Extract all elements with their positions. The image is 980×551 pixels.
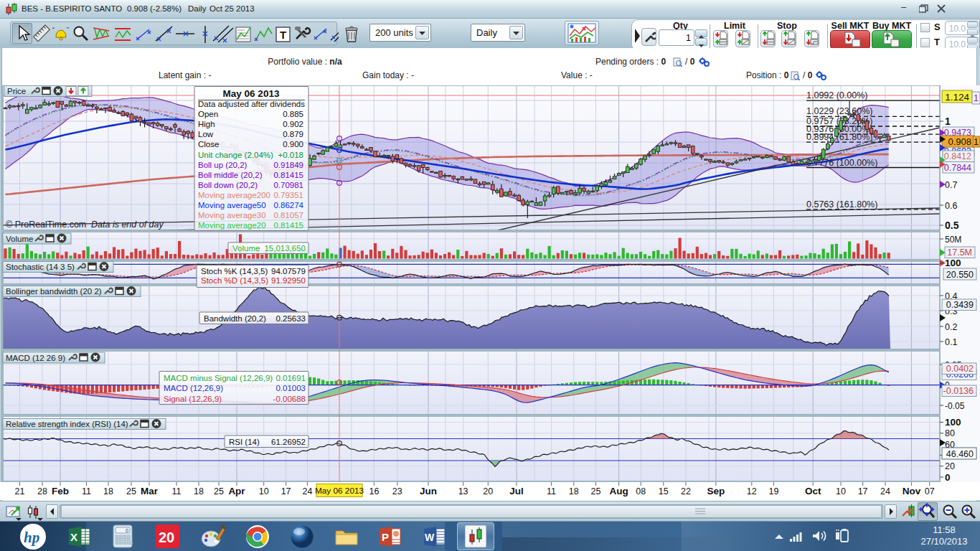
svg-text:hp: hp xyxy=(24,529,39,546)
svg-text:0.3439: 0.3439 xyxy=(946,300,974,310)
svg-text:0.91849: 0.91849 xyxy=(273,161,303,169)
svg-text:Oct: Oct xyxy=(805,486,821,496)
svg-text:1: 1 xyxy=(974,93,979,103)
svg-text:Jun: Jun xyxy=(420,486,437,496)
svg-text:Unit change (2.04%): Unit change (2.04%) xyxy=(198,151,273,159)
svg-text:21: 21 xyxy=(15,486,25,496)
svg-text:Price: Price xyxy=(7,87,26,95)
svg-text:Data is end of day: Data is end of day xyxy=(91,220,164,230)
svg-text:25: 25 xyxy=(590,486,600,496)
svg-text:0.908: 0.908 xyxy=(948,136,971,147)
svg-text:0: 0 xyxy=(126,528,128,533)
svg-text:46.460: 46.460 xyxy=(946,449,974,459)
svg-text:Moving average20: Moving average20 xyxy=(198,221,266,230)
svg-text:0.7: 0.7 xyxy=(945,180,957,190)
svg-text:T: T xyxy=(280,29,286,41)
svg-text:0.885: 0.885 xyxy=(283,110,303,118)
svg-text:-0.0136: -0.0136 xyxy=(943,386,974,396)
svg-text:Boll up (20,2): Boll up (20,2) xyxy=(198,161,248,169)
svg-text:80: 80 xyxy=(945,428,955,438)
svg-text:Bandwidth (20,2): Bandwidth (20,2) xyxy=(204,314,266,323)
svg-text:94.07579: 94.07579 xyxy=(271,267,306,276)
svg-text:15: 15 xyxy=(659,486,669,496)
svg-text:0.70981: 0.70981 xyxy=(273,181,303,189)
svg-text:Relative strength index (RSI): Relative strength index (RSI) (14) xyxy=(6,420,128,428)
svg-text:0.79351: 0.79351 xyxy=(273,191,303,199)
svg-text:0.86274: 0.86274 xyxy=(273,201,303,209)
svg-text:Signal (12,26,9): Signal (12,26,9) xyxy=(164,395,222,403)
svg-text:19: 19 xyxy=(768,486,778,496)
svg-text:24: 24 xyxy=(880,486,890,496)
svg-text:16: 16 xyxy=(369,486,379,496)
svg-text:Apr: Apr xyxy=(228,486,245,496)
svg-text:25: 25 xyxy=(126,486,136,496)
svg-text:0.81415: 0.81415 xyxy=(273,221,303,230)
svg-text:0.2: 0.2 xyxy=(945,322,957,332)
svg-text:0.6: 0.6 xyxy=(945,201,957,211)
svg-text:Boll down (20,2): Boll down (20,2) xyxy=(198,181,258,189)
svg-text:28: 28 xyxy=(37,486,47,496)
svg-text:RSI (14): RSI (14) xyxy=(229,438,260,446)
svg-text:May 06 2013: May 06 2013 xyxy=(315,486,364,496)
svg-text:0.0402: 0.0402 xyxy=(946,364,974,374)
svg-text:0.7776 (100.00%): 0.7776 (100.00%) xyxy=(806,158,877,168)
svg-text:22: 22 xyxy=(681,486,691,496)
svg-text:High: High xyxy=(198,120,215,128)
svg-text:18: 18 xyxy=(194,486,204,496)
svg-text:© ProRealTime.com: © ProRealTime.com xyxy=(6,220,86,230)
svg-text:0.902: 0.902 xyxy=(283,120,303,128)
svg-text:Volume: Volume xyxy=(232,244,260,253)
svg-text:100: 100 xyxy=(945,258,961,268)
svg-text:17: 17 xyxy=(858,486,868,496)
svg-text:1: 1 xyxy=(945,116,951,127)
svg-text:50M: 50M xyxy=(945,235,961,245)
svg-text:Sep: Sep xyxy=(707,486,725,496)
svg-text:W: W xyxy=(425,532,435,543)
svg-text:11: 11 xyxy=(82,486,91,496)
svg-text:0.01003: 0.01003 xyxy=(275,384,306,392)
svg-text:Jul: Jul xyxy=(509,486,524,496)
svg-text:18: 18 xyxy=(103,486,113,496)
svg-text:Bollinger bandwidth (20 2): Bollinger bandwidth (20 2) xyxy=(6,287,102,296)
svg-text:25: 25 xyxy=(214,486,224,496)
svg-text:10: 10 xyxy=(836,486,846,496)
svg-text:Volume: Volume xyxy=(6,235,33,243)
svg-text:20: 20 xyxy=(945,461,955,471)
svg-text:0.5: 0.5 xyxy=(945,220,959,231)
svg-text:1.0229 (23.60%): 1.0229 (23.60%) xyxy=(806,106,872,116)
svg-text:0: 0 xyxy=(945,472,951,483)
svg-text:+0.018: +0.018 xyxy=(278,151,304,159)
svg-text:07: 07 xyxy=(925,486,935,496)
svg-text:MACD minus Signal (12,26,9): MACD minus Signal (12,26,9) xyxy=(164,374,273,382)
svg-text:20: 20 xyxy=(159,529,174,545)
svg-text:0.1: 0.1 xyxy=(945,337,957,347)
svg-text:-0.05: -0.05 xyxy=(945,401,965,411)
svg-text:X: X xyxy=(70,531,77,543)
svg-text:1: 1 xyxy=(974,137,979,147)
svg-text:17.5M: 17.5M xyxy=(947,248,972,258)
svg-text:Boll middle (20,2): Boll middle (20,2) xyxy=(198,171,263,179)
svg-text:Close: Close xyxy=(198,140,219,149)
svg-text:Moving average200: Moving average200 xyxy=(198,191,270,199)
svg-text:08: 08 xyxy=(636,486,646,496)
svg-text:Low: Low xyxy=(198,130,214,138)
svg-text:1.0992 (0.00%): 1.0992 (0.00%) xyxy=(806,90,867,100)
svg-text:MACD (12,26,9): MACD (12,26,9) xyxy=(164,384,223,392)
svg-text:Stoch %D (14,3,5): Stoch %D (14,3,5) xyxy=(201,276,268,285)
svg-text:Moving average50: Moving average50 xyxy=(198,201,266,209)
svg-text:24: 24 xyxy=(303,486,313,496)
svg-text:P: P xyxy=(382,531,389,543)
svg-text:13: 13 xyxy=(458,486,468,496)
svg-text:91.92950: 91.92950 xyxy=(271,276,306,285)
svg-text:10: 10 xyxy=(259,486,269,496)
svg-text:0.879: 0.879 xyxy=(283,130,303,138)
svg-text:MACD (12 26 9): MACD (12 26 9) xyxy=(6,354,65,362)
svg-text:Feb: Feb xyxy=(52,486,69,496)
svg-text:0.81057: 0.81057 xyxy=(273,211,303,220)
svg-text:18: 18 xyxy=(569,486,579,496)
svg-text:Nov: Nov xyxy=(903,486,921,496)
svg-text:”: ” xyxy=(67,26,69,33)
svg-text:Aug: Aug xyxy=(609,486,628,496)
svg-text:0.8994 (61.80%): 0.8994 (61.80%) xyxy=(806,132,872,142)
svg-text:0.25633: 0.25633 xyxy=(275,314,306,323)
